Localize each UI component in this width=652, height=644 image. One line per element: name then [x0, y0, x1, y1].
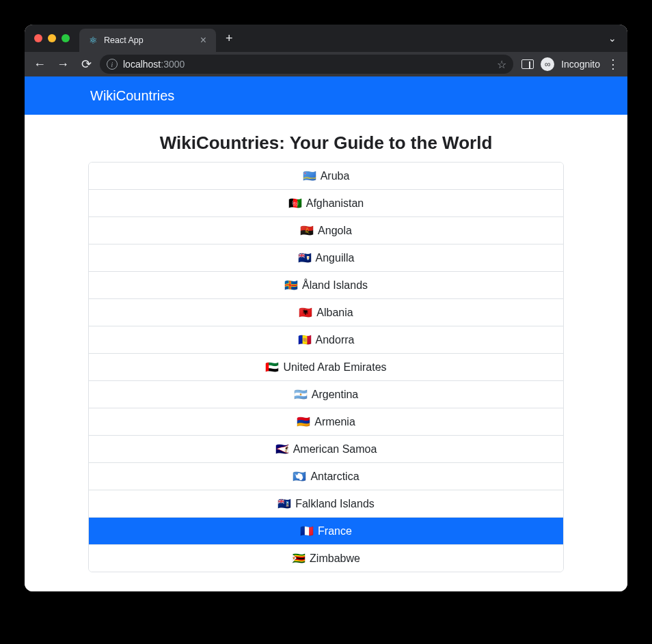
country-name: United Arab Emirates: [283, 361, 386, 373]
country-flag-icon: 🇦🇷: [294, 389, 308, 400]
country-list-item[interactable]: 🇦🇽Åland Islands: [89, 271, 563, 298]
tabs-dropdown-icon[interactable]: ⌄: [608, 33, 616, 44]
app-navbar: WikiCountries: [25, 76, 627, 115]
forward-button[interactable]: →: [53, 55, 72, 74]
country-flag-icon: 🇦🇲: [297, 416, 310, 428]
country-flag-icon: 🇦🇸: [275, 443, 289, 455]
main-container: WikiCountries: Your Guide to the World 🇦…: [88, 123, 564, 572]
country-flag-icon: 🇦🇫: [288, 197, 302, 209]
browser-menu-button[interactable]: ⋮: [607, 57, 619, 72]
country-flag-icon: 🇦🇮: [298, 252, 312, 264]
country-list-item[interactable]: 🇦🇼Aruba: [89, 163, 563, 189]
country-list-item[interactable]: 🇫🇷France: [89, 517, 563, 544]
bookmark-icon[interactable]: ☆: [497, 58, 506, 71]
address-input[interactable]: i localhost:3000 ☆: [100, 55, 513, 74]
side-panel-icon[interactable]: [521, 59, 534, 69]
country-list-item[interactable]: 🇦🇪United Arab Emirates: [89, 353, 563, 380]
browser-tab[interactable]: ⚛ React App ×: [79, 29, 216, 52]
country-name: Falkland Islands: [295, 498, 375, 509]
window-maximize-button[interactable]: [62, 34, 70, 42]
country-flag-icon: 🇦🇼: [303, 170, 316, 182]
incognito-label: Incognito: [561, 59, 600, 70]
country-list: 🇦🇼Aruba🇦🇫Afghanistan🇦🇴Angola🇦🇮Anguilla🇦🇽…: [88, 162, 564, 572]
country-name: Åland Islands: [302, 279, 368, 291]
country-name: Antarctica: [310, 471, 359, 482]
country-flag-icon: 🇿🇼: [292, 552, 305, 564]
country-flag-icon: 🇫🇰: [277, 498, 291, 509]
country-name: Argentina: [312, 389, 359, 400]
country-flag-icon: 🇫🇷: [300, 525, 314, 537]
country-list-item[interactable]: 🇦🇶Antarctica: [89, 462, 563, 490]
country-list-item[interactable]: 🇦🇮Anguilla: [89, 244, 563, 271]
country-list-item[interactable]: 🇦🇩Andorra: [89, 326, 563, 353]
country-list-item[interactable]: 🇦🇫Afghanistan: [89, 189, 563, 216]
country-list-item[interactable]: 🇫🇰Falkland Islands: [89, 490, 563, 517]
address-bar: ← → ⟳ i localhost:3000 ☆ ∞ Incognito ⋮: [25, 52, 627, 76]
window-close-button[interactable]: [34, 34, 42, 42]
country-name: Armenia: [314, 416, 355, 428]
page-title: WikiCountries: Your Guide to the World: [88, 132, 564, 154]
window-controls: [34, 34, 70, 42]
window-minimize-button[interactable]: [48, 34, 56, 42]
incognito-icon[interactable]: ∞: [541, 57, 554, 71]
country-name: Angola: [318, 225, 352, 236]
country-list-item[interactable]: 🇦🇸American Samoa: [89, 435, 563, 462]
country-flag-icon: 🇦🇽: [284, 279, 298, 291]
new-tab-button[interactable]: +: [226, 31, 233, 46]
country-list-item[interactable]: 🇦🇱Albania: [89, 298, 563, 326]
country-flag-icon: 🇦🇱: [299, 307, 312, 318]
country-list-item[interactable]: 🇦🇲Armenia: [89, 408, 563, 435]
country-flag-icon: 🇦🇶: [293, 471, 306, 482]
tab-title: React App: [104, 36, 199, 45]
react-favicon-icon: ⚛: [87, 35, 98, 46]
browser-window: ⚛ React App × + ⌄ ← → ⟳ i localhost:3000…: [25, 25, 627, 591]
country-name: Aruba: [321, 170, 350, 182]
country-flag-icon: 🇦🇪: [265, 361, 279, 373]
toolbar-right: ∞ Incognito ⋮: [521, 57, 619, 72]
country-flag-icon: 🇦🇴: [300, 225, 314, 236]
tab-bar: ⚛ React App × + ⌄: [25, 25, 627, 52]
country-name: Albania: [316, 307, 353, 318]
page-content: WikiCountries WikiCountries: Your Guide …: [25, 76, 627, 591]
site-info-icon[interactable]: i: [107, 59, 118, 70]
country-name: Anguilla: [316, 252, 355, 264]
back-button[interactable]: ←: [30, 55, 49, 74]
country-list-item[interactable]: 🇦🇷Argentina: [89, 380, 563, 408]
country-list-item[interactable]: 🇿🇼Zimbabwe: [89, 544, 563, 572]
country-name: France: [318, 525, 352, 537]
country-flag-icon: 🇦🇩: [298, 334, 312, 346]
country-name: Afghanistan: [306, 197, 364, 209]
tab-close-button[interactable]: ×: [199, 35, 208, 46]
country-name: Andorra: [316, 334, 355, 346]
url-host: localhost:3000: [123, 59, 185, 70]
reload-button[interactable]: ⟳: [77, 55, 96, 74]
app-brand[interactable]: WikiCountries: [90, 88, 174, 104]
country-name: Zimbabwe: [310, 552, 360, 564]
country-name: American Samoa: [293, 443, 377, 455]
country-list-item[interactable]: 🇦🇴Angola: [89, 216, 563, 244]
